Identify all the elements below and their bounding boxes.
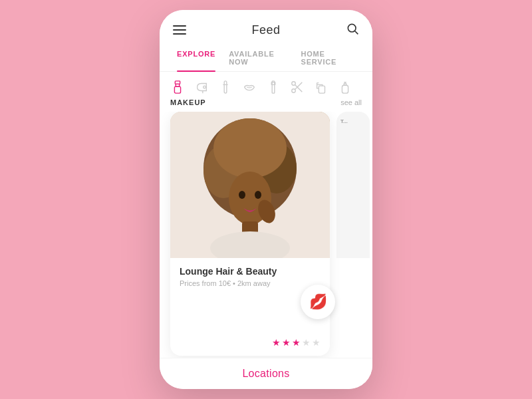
- star-2: ★: [282, 337, 291, 348]
- salon-card[interactable]: 💋 Lounge Hair & Beauty Prices from 10€ •…: [170, 112, 330, 356]
- tabs-bar: EXPLORE AVAILABLE NOW HOME SERVICE: [160, 45, 372, 72]
- lips-badge-icon: 💋: [309, 293, 327, 311]
- content-area: 💋 Lounge Hair & Beauty Prices from 10€ •…: [160, 112, 372, 389]
- phone-shell: Feed EXPLORE AVAILABLE NOW HOME SERVICE: [160, 10, 372, 389]
- svg-rect-19: [344, 84, 346, 86]
- card-subtitle: Prices from 10€ • 2km away: [180, 279, 321, 287]
- locations-label: Locations: [242, 368, 289, 379]
- svg-point-11: [292, 82, 296, 86]
- category-label-row: MAKEUP see all: [160, 97, 372, 112]
- svg-point-28: [239, 191, 245, 199]
- category-razor[interactable]: [266, 80, 281, 94]
- locations-button[interactable]: Locations: [160, 358, 372, 389]
- svg-rect-18: [342, 85, 348, 93]
- salon-logo-badge: 💋: [301, 285, 335, 319]
- star-1: ★: [272, 337, 281, 348]
- star-4: ★: [302, 337, 311, 348]
- card-container: 💋 Lounge Hair & Beauty Prices from 10€ •…: [160, 112, 372, 356]
- category-label: MAKEUP: [170, 98, 206, 106]
- svg-rect-15: [319, 86, 325, 93]
- card-title: Lounge Hair & Beauty: [180, 266, 321, 277]
- category-icons-row: [160, 72, 372, 97]
- svg-rect-7: [224, 81, 227, 93]
- svg-line-1: [355, 31, 358, 35]
- svg-point-12: [292, 89, 296, 93]
- next-card-peek: T...: [336, 112, 370, 258]
- tab-home-service[interactable]: HOME SERVICE: [295, 45, 362, 71]
- card-image: [170, 112, 330, 258]
- category-scissors[interactable]: [290, 80, 305, 94]
- menu-button[interactable]: [173, 25, 186, 35]
- category-spray[interactable]: [314, 80, 329, 94]
- tab-available-now[interactable]: AVAILABLE NOW: [222, 45, 294, 71]
- tab-explore[interactable]: EXPLORE: [170, 45, 222, 71]
- svg-point-0: [348, 24, 356, 32]
- header-title: Feed: [251, 23, 280, 37]
- category-hairdryer[interactable]: [194, 80, 209, 94]
- category-perfume[interactable]: [338, 80, 352, 94]
- svg-point-29: [255, 191, 261, 199]
- star-3: ★: [292, 337, 301, 348]
- star-5: ★: [312, 337, 321, 348]
- category-lips[interactable]: [242, 80, 257, 94]
- header: Feed: [160, 10, 372, 45]
- svg-rect-4: [174, 86, 180, 93]
- svg-rect-9: [272, 81, 275, 93]
- category-lipstick[interactable]: [170, 80, 185, 94]
- see-all-link[interactable]: see all: [340, 98, 362, 106]
- category-tube[interactable]: [218, 80, 233, 94]
- svg-point-26: [213, 118, 287, 178]
- rating-stars: ★ ★ ★ ★ ★: [272, 337, 321, 348]
- svg-rect-2: [175, 81, 180, 84]
- svg-point-6: [203, 86, 206, 88]
- search-button[interactable]: [346, 22, 359, 38]
